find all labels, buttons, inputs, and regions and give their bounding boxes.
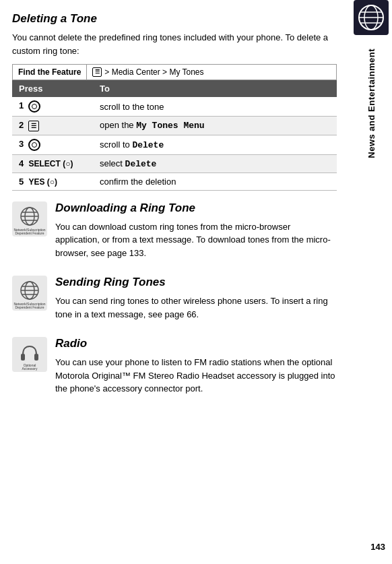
svg-text:Dependent Feature: Dependent Feature bbox=[15, 305, 44, 309]
section-title-sending: Sending Ring Tones bbox=[55, 276, 337, 289]
to-cell: scroll to Delete bbox=[93, 135, 337, 154]
nav-icon bbox=[28, 139, 40, 151]
optional-accessory-icon: Optional Accessory bbox=[12, 337, 47, 372]
to-cell: scroll to the tone bbox=[93, 97, 337, 117]
menu-key-icon: ☰ bbox=[28, 121, 39, 131]
radio-section-text: Radio You can use your phone to listen t… bbox=[55, 337, 337, 402]
network-badge-icon: Network/Subscription Dependent Feature bbox=[12, 201, 47, 237]
page-number: 143 bbox=[370, 542, 385, 552]
select-label: SELECT (○) bbox=[28, 159, 73, 168]
section-body-delete: You cannot delete the predefined ring to… bbox=[12, 31, 337, 57]
svg-text:Dependent Feature: Dependent Feature bbox=[15, 231, 44, 235]
right-sidebar: News and Entertainment 143 bbox=[350, 0, 392, 564]
section-body-radio: You can use your phone to listen to FM r… bbox=[55, 356, 337, 396]
find-feature-label: Find the Feature bbox=[13, 65, 87, 80]
press-cell: 3 bbox=[12, 135, 93, 154]
press-cell: 2 ☰ bbox=[12, 117, 93, 135]
svg-rect-17 bbox=[21, 354, 25, 361]
table-row: 1 scroll to the tone bbox=[12, 97, 337, 117]
sidebar-vertical-label: News and Entertainment bbox=[366, 49, 377, 158]
menu-name: My Tones Menu bbox=[136, 121, 204, 131]
find-feature-bar: Find the Feature ☰ > Media Center > My T… bbox=[12, 64, 337, 80]
sending-section-text: Sending Ring Tones You can send ring ton… bbox=[55, 276, 337, 327]
steps-table: Press To 1 scroll to the tone 2 ☰ bbox=[12, 80, 337, 191]
find-feature-path: ☰ > Media Center > My Tones bbox=[87, 65, 209, 80]
svg-rect-18 bbox=[34, 354, 38, 361]
table-row: 4 SELECT (○) select Delete bbox=[12, 154, 337, 173]
col-press: Press bbox=[12, 80, 93, 97]
section-sending: Network/Subscription Dependent Feature S… bbox=[12, 276, 337, 327]
section-radio: Optional Accessory Radio You can use you… bbox=[12, 337, 337, 402]
menu-name: Delete bbox=[132, 140, 164, 150]
download-section-text: Downloading a Ring Tone You can download… bbox=[55, 201, 337, 267]
network-badge-icon2: Network/Subscription Dependent Feature bbox=[12, 276, 47, 311]
table-row: 3 scroll to Delete bbox=[12, 135, 337, 154]
section-title-radio: Radio bbox=[55, 337, 337, 350]
section-download: Network/Subscription Dependent Feature D… bbox=[12, 201, 337, 267]
press-cell: 5 YES (○) bbox=[12, 173, 93, 190]
find-feature-path-text: > Media Center > My Tones bbox=[104, 67, 203, 77]
to-cell: confirm the deletion bbox=[93, 173, 337, 190]
svg-text:Accessory: Accessory bbox=[22, 367, 38, 371]
table-row: 2 ☰ open the My Tones Menu bbox=[12, 117, 337, 135]
section-title-delete: Deleting a Tone bbox=[12, 12, 337, 26]
to-cell: open the My Tones Menu bbox=[93, 117, 337, 135]
press-cell: 4 SELECT (○) bbox=[12, 154, 93, 173]
section-body-sending: You can send ring tones to other wireles… bbox=[55, 294, 337, 321]
col-to: To bbox=[93, 80, 337, 97]
menu-icon: ☰ bbox=[92, 67, 102, 77]
table-row: 5 YES (○) confirm the deletion bbox=[12, 173, 337, 190]
press-cell: 1 bbox=[12, 97, 93, 117]
globe-icon bbox=[356, 3, 386, 32]
section-body-download: You can download custom ring tones from … bbox=[55, 220, 337, 260]
to-cell: select Delete bbox=[93, 154, 337, 173]
yes-label: YES (○) bbox=[28, 177, 57, 187]
menu-name: Delete bbox=[125, 159, 157, 169]
section-title-download: Downloading a Ring Tone bbox=[55, 201, 337, 215]
nav-icon bbox=[28, 100, 40, 113]
globe-icon-box bbox=[354, 0, 389, 35]
